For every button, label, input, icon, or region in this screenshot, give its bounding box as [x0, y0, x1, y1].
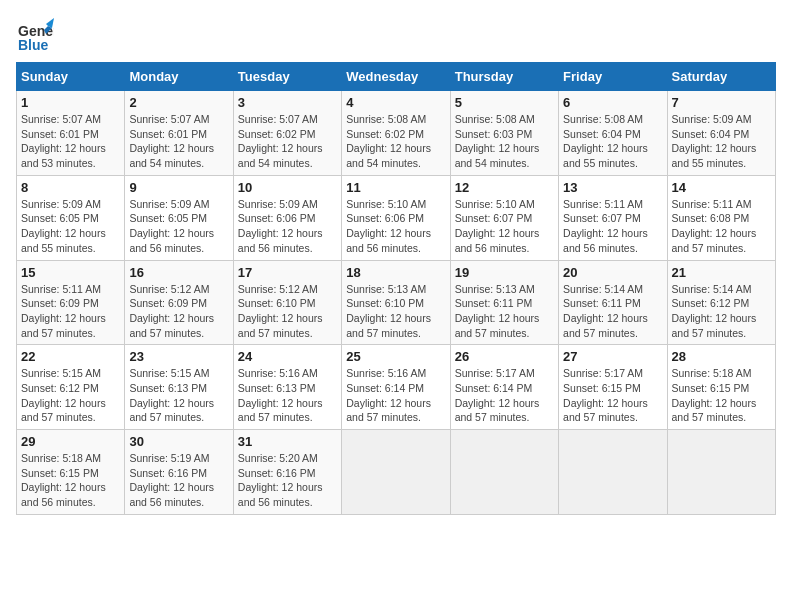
day-info: Sunrise: 5:11 AM Sunset: 6:07 PM Dayligh… — [563, 197, 662, 256]
calendar-cell: 2Sunrise: 5:07 AM Sunset: 6:01 PM Daylig… — [125, 91, 233, 176]
day-number: 8 — [21, 180, 120, 195]
calendar-week-3: 15Sunrise: 5:11 AM Sunset: 6:09 PM Dayli… — [17, 260, 776, 345]
weekday-header-wednesday: Wednesday — [342, 63, 450, 91]
day-info: Sunrise: 5:17 AM Sunset: 6:14 PM Dayligh… — [455, 366, 554, 425]
calendar-cell: 30Sunrise: 5:19 AM Sunset: 6:16 PM Dayli… — [125, 430, 233, 515]
weekday-header-row: SundayMondayTuesdayWednesdayThursdayFrid… — [17, 63, 776, 91]
weekday-header-tuesday: Tuesday — [233, 63, 341, 91]
day-info: Sunrise: 5:09 AM Sunset: 6:05 PM Dayligh… — [129, 197, 228, 256]
calendar-week-5: 29Sunrise: 5:18 AM Sunset: 6:15 PM Dayli… — [17, 430, 776, 515]
day-info: Sunrise: 5:13 AM Sunset: 6:11 PM Dayligh… — [455, 282, 554, 341]
calendar-cell: 11Sunrise: 5:10 AM Sunset: 6:06 PM Dayli… — [342, 175, 450, 260]
day-number: 14 — [672, 180, 771, 195]
calendar-cell — [342, 430, 450, 515]
day-info: Sunrise: 5:11 AM Sunset: 6:08 PM Dayligh… — [672, 197, 771, 256]
day-info: Sunrise: 5:09 AM Sunset: 6:04 PM Dayligh… — [672, 112, 771, 171]
day-info: Sunrise: 5:10 AM Sunset: 6:07 PM Dayligh… — [455, 197, 554, 256]
day-number: 11 — [346, 180, 445, 195]
day-info: Sunrise: 5:08 AM Sunset: 6:03 PM Dayligh… — [455, 112, 554, 171]
day-number: 21 — [672, 265, 771, 280]
calendar-cell: 31Sunrise: 5:20 AM Sunset: 6:16 PM Dayli… — [233, 430, 341, 515]
calendar-cell: 9Sunrise: 5:09 AM Sunset: 6:05 PM Daylig… — [125, 175, 233, 260]
day-info: Sunrise: 5:07 AM Sunset: 6:01 PM Dayligh… — [129, 112, 228, 171]
calendar-cell: 12Sunrise: 5:10 AM Sunset: 6:07 PM Dayli… — [450, 175, 558, 260]
day-number: 12 — [455, 180, 554, 195]
day-number: 13 — [563, 180, 662, 195]
calendar-body: 1Sunrise: 5:07 AM Sunset: 6:01 PM Daylig… — [17, 91, 776, 515]
day-info: Sunrise: 5:17 AM Sunset: 6:15 PM Dayligh… — [563, 366, 662, 425]
calendar-week-2: 8Sunrise: 5:09 AM Sunset: 6:05 PM Daylig… — [17, 175, 776, 260]
day-info: Sunrise: 5:08 AM Sunset: 6:02 PM Dayligh… — [346, 112, 445, 171]
day-info: Sunrise: 5:07 AM Sunset: 6:02 PM Dayligh… — [238, 112, 337, 171]
logo-icon: General Blue — [16, 16, 54, 54]
calendar-cell: 21Sunrise: 5:14 AM Sunset: 6:12 PM Dayli… — [667, 260, 775, 345]
calendar-cell: 27Sunrise: 5:17 AM Sunset: 6:15 PM Dayli… — [559, 345, 667, 430]
calendar-cell — [559, 430, 667, 515]
calendar-table: SundayMondayTuesdayWednesdayThursdayFrid… — [16, 62, 776, 515]
day-number: 24 — [238, 349, 337, 364]
calendar-cell: 10Sunrise: 5:09 AM Sunset: 6:06 PM Dayli… — [233, 175, 341, 260]
calendar-cell: 19Sunrise: 5:13 AM Sunset: 6:11 PM Dayli… — [450, 260, 558, 345]
day-info: Sunrise: 5:10 AM Sunset: 6:06 PM Dayligh… — [346, 197, 445, 256]
day-number: 4 — [346, 95, 445, 110]
day-info: Sunrise: 5:14 AM Sunset: 6:11 PM Dayligh… — [563, 282, 662, 341]
day-number: 22 — [21, 349, 120, 364]
calendar-week-1: 1Sunrise: 5:07 AM Sunset: 6:01 PM Daylig… — [17, 91, 776, 176]
calendar-cell: 24Sunrise: 5:16 AM Sunset: 6:13 PM Dayli… — [233, 345, 341, 430]
weekday-header-friday: Friday — [559, 63, 667, 91]
calendar-cell: 15Sunrise: 5:11 AM Sunset: 6:09 PM Dayli… — [17, 260, 125, 345]
day-number: 17 — [238, 265, 337, 280]
logo: General Blue — [16, 16, 54, 54]
calendar-cell: 26Sunrise: 5:17 AM Sunset: 6:14 PM Dayli… — [450, 345, 558, 430]
calendar-cell: 4Sunrise: 5:08 AM Sunset: 6:02 PM Daylig… — [342, 91, 450, 176]
page-header: General Blue — [16, 16, 776, 54]
day-info: Sunrise: 5:08 AM Sunset: 6:04 PM Dayligh… — [563, 112, 662, 171]
day-number: 16 — [129, 265, 228, 280]
calendar-cell — [450, 430, 558, 515]
weekday-header-sunday: Sunday — [17, 63, 125, 91]
calendar-cell: 7Sunrise: 5:09 AM Sunset: 6:04 PM Daylig… — [667, 91, 775, 176]
day-number: 18 — [346, 265, 445, 280]
day-info: Sunrise: 5:11 AM Sunset: 6:09 PM Dayligh… — [21, 282, 120, 341]
calendar-cell: 8Sunrise: 5:09 AM Sunset: 6:05 PM Daylig… — [17, 175, 125, 260]
day-number: 15 — [21, 265, 120, 280]
day-info: Sunrise: 5:15 AM Sunset: 6:12 PM Dayligh… — [21, 366, 120, 425]
day-number: 23 — [129, 349, 228, 364]
day-info: Sunrise: 5:19 AM Sunset: 6:16 PM Dayligh… — [129, 451, 228, 510]
day-number: 3 — [238, 95, 337, 110]
day-number: 28 — [672, 349, 771, 364]
day-info: Sunrise: 5:12 AM Sunset: 6:10 PM Dayligh… — [238, 282, 337, 341]
day-number: 20 — [563, 265, 662, 280]
calendar-cell: 18Sunrise: 5:13 AM Sunset: 6:10 PM Dayli… — [342, 260, 450, 345]
calendar-cell: 16Sunrise: 5:12 AM Sunset: 6:09 PM Dayli… — [125, 260, 233, 345]
day-info: Sunrise: 5:07 AM Sunset: 6:01 PM Dayligh… — [21, 112, 120, 171]
day-number: 26 — [455, 349, 554, 364]
day-info: Sunrise: 5:18 AM Sunset: 6:15 PM Dayligh… — [21, 451, 120, 510]
calendar-cell: 29Sunrise: 5:18 AM Sunset: 6:15 PM Dayli… — [17, 430, 125, 515]
calendar-cell: 3Sunrise: 5:07 AM Sunset: 6:02 PM Daylig… — [233, 91, 341, 176]
calendar-cell: 1Sunrise: 5:07 AM Sunset: 6:01 PM Daylig… — [17, 91, 125, 176]
day-number: 10 — [238, 180, 337, 195]
day-number: 2 — [129, 95, 228, 110]
calendar-cell: 17Sunrise: 5:12 AM Sunset: 6:10 PM Dayli… — [233, 260, 341, 345]
day-number: 19 — [455, 265, 554, 280]
day-info: Sunrise: 5:16 AM Sunset: 6:13 PM Dayligh… — [238, 366, 337, 425]
day-number: 29 — [21, 434, 120, 449]
calendar-cell: 14Sunrise: 5:11 AM Sunset: 6:08 PM Dayli… — [667, 175, 775, 260]
calendar-cell: 13Sunrise: 5:11 AM Sunset: 6:07 PM Dayli… — [559, 175, 667, 260]
day-number: 7 — [672, 95, 771, 110]
day-info: Sunrise: 5:13 AM Sunset: 6:10 PM Dayligh… — [346, 282, 445, 341]
day-info: Sunrise: 5:09 AM Sunset: 6:06 PM Dayligh… — [238, 197, 337, 256]
day-info: Sunrise: 5:09 AM Sunset: 6:05 PM Dayligh… — [21, 197, 120, 256]
calendar-week-4: 22Sunrise: 5:15 AM Sunset: 6:12 PM Dayli… — [17, 345, 776, 430]
day-number: 25 — [346, 349, 445, 364]
day-info: Sunrise: 5:20 AM Sunset: 6:16 PM Dayligh… — [238, 451, 337, 510]
day-number: 31 — [238, 434, 337, 449]
calendar-cell — [667, 430, 775, 515]
day-number: 30 — [129, 434, 228, 449]
day-number: 1 — [21, 95, 120, 110]
calendar-cell: 28Sunrise: 5:18 AM Sunset: 6:15 PM Dayli… — [667, 345, 775, 430]
calendar-cell: 6Sunrise: 5:08 AM Sunset: 6:04 PM Daylig… — [559, 91, 667, 176]
day-number: 6 — [563, 95, 662, 110]
day-info: Sunrise: 5:16 AM Sunset: 6:14 PM Dayligh… — [346, 366, 445, 425]
